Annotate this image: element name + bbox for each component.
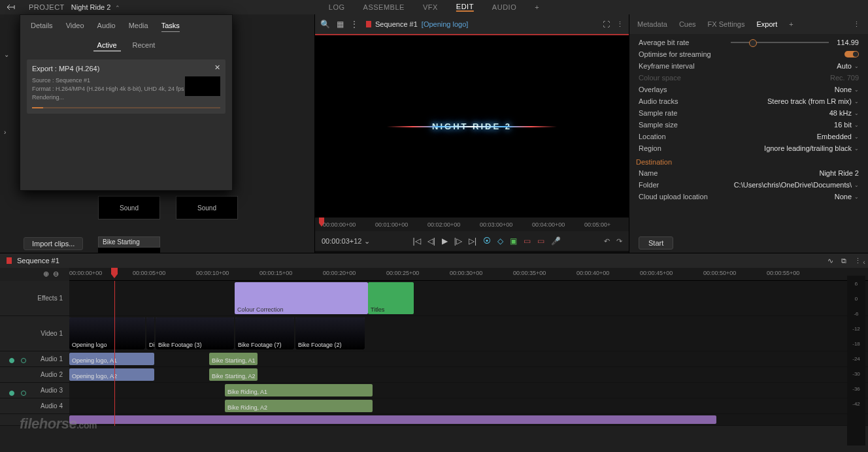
popup-tab-audio[interactable]: Audio <box>97 22 116 32</box>
mark-in-icon[interactable]: ⦿ <box>483 236 491 246</box>
popup-tab-video[interactable]: Video <box>66 22 84 32</box>
tab-cues[interactable]: Cues <box>679 20 696 28</box>
dest-row-cloud-upload-location[interactable]: Cloud upload locationNone⌄ <box>629 191 868 202</box>
tab-edit[interactable]: EDIT <box>456 3 474 12</box>
dest-row-folder[interactable]: FolderC:\Users\chris\OneDrive\Documents\… <box>629 179 868 191</box>
export-row-average-bit-rate[interactable]: Average bit rate114.99 <box>629 37 868 48</box>
grid-icon[interactable]: ▦ <box>337 20 344 29</box>
timeline-clip[interactable]: Opening logo, A1 <box>69 353 154 365</box>
track-label[interactable]: Audio 2 <box>0 367 69 382</box>
snap-icon[interactable]: ⧉ <box>841 257 846 265</box>
track-solo-dot[interactable] <box>21 391 26 396</box>
timeline-sequence-name[interactable]: Sequence #1 <box>17 257 59 265</box>
track-solo-dot[interactable] <box>21 358 26 363</box>
close-icon[interactable]: ✕ <box>214 63 220 72</box>
search-icon[interactable]: 🔍 <box>320 20 330 29</box>
more-icon[interactable]: ⋮ <box>854 257 861 265</box>
export-row-sample-rate[interactable]: Sample rate48 kHz⌄ <box>629 107 868 119</box>
sound-clip-thumb[interactable]: Sound <box>98 196 160 219</box>
timeline-clip[interactable]: Bike Riding, A1 <box>225 384 373 396</box>
zoom-out-icon[interactable]: ⊖ <box>53 270 59 278</box>
range-icon[interactable]: ▭ <box>524 236 531 246</box>
timeline-clip[interactable] <box>69 415 716 424</box>
popup-tab-details[interactable]: Details <box>31 22 53 32</box>
start-export-button[interactable]: Start <box>639 236 673 250</box>
redo-icon[interactable]: ↷ <box>616 237 622 246</box>
timeline-clip[interactable]: Di <box>146 317 154 349</box>
dest-row-name[interactable]: NameNight Ride 2 <box>629 167 868 179</box>
timeline-clip[interactable]: Bike Starting, A2 <box>209 368 258 381</box>
track-label[interactable]: Video 1 <box>0 316 69 351</box>
timeline-clip[interactable]: Bike Footage (3) <box>156 317 234 349</box>
mic-icon[interactable]: 🎤 <box>551 236 561 246</box>
back-button[interactable] <box>0 0 24 14</box>
timeline-ruler[interactable]: 00:00:00+0000:00:05+0000:00:10+0000:00:1… <box>69 268 868 281</box>
project-name-dropdown[interactable]: Night Ride 2 ⌃ <box>71 3 121 11</box>
export-row-keyframe-interval[interactable]: Keyframe intervalAuto⌄ <box>629 60 868 72</box>
bitrate-slider[interactable] <box>731 42 829 43</box>
fullscreen-icon[interactable]: ⛶ <box>603 20 610 29</box>
tab-log[interactable]: LOG <box>329 3 345 11</box>
export-row-region[interactable]: RegionIgnore leading/trailing black⌄ <box>629 142 868 154</box>
tab-fx-settings[interactable]: FX Settings <box>708 20 745 28</box>
track-body[interactable]: Opening logoDiBike Footage (3)Bike Foota… <box>69 316 868 351</box>
export-row-audio-tracks[interactable]: Audio tracksStereo track (from LR mix)⌄ <box>629 95 868 107</box>
timeline-clip[interactable]: Opening logo <box>69 317 145 349</box>
popup-tab-tasks[interactable]: Tasks <box>161 22 180 32</box>
timeline-clip[interactable]: Colour Correction <box>235 282 368 314</box>
next-frame-icon[interactable]: |▷ <box>454 236 462 246</box>
subtab-recent[interactable]: Recent <box>129 40 159 52</box>
tab-export[interactable]: Export <box>756 20 777 28</box>
more-icon[interactable]: ⋮ <box>853 20 860 29</box>
timeline-clip[interactable]: Bike Footage (2) <box>295 317 365 349</box>
timeline-clip[interactable]: Opening logo, A2 <box>69 368 154 381</box>
timeline-clip[interactable]: Bike Starting, A1 <box>209 353 258 365</box>
goto-start-icon[interactable]: |◁ <box>413 236 421 246</box>
timeline-clip[interactable]: Titles <box>368 282 414 314</box>
waveform-icon[interactable]: ∿ <box>827 257 833 265</box>
more-icon[interactable]: ⋮ <box>350 20 358 29</box>
export-row-overlays[interactable]: OverlaysNone⌄ <box>629 84 868 95</box>
video-preview[interactable]: NIGHT RIDE 2 <box>315 34 629 217</box>
export-row-optimise-for-streaming[interactable]: Optimise for streaming <box>629 48 868 60</box>
popup-tab-media[interactable]: Media <box>129 22 148 32</box>
add-tab-button[interactable]: + <box>535 3 539 11</box>
zoom-in-icon[interactable]: ⊕ <box>43 270 49 278</box>
marker-icon[interactable]: ◇ <box>497 236 503 246</box>
sound-clip-thumb[interactable]: Sound <box>176 196 238 219</box>
track-enable-dot[interactable] <box>9 358 14 363</box>
track-body[interactable]: Opening logo, A1Bike Starting, A1 <box>69 351 868 366</box>
tab-assemble[interactable]: ASSEMBLE <box>363 3 405 11</box>
toggle-switch[interactable] <box>844 51 859 57</box>
viewer-ruler[interactable]: 00:00:00+00 00:01:00+00 00:02:00+00 00:0… <box>315 217 629 231</box>
chevron-down-icon[interactable]: ⌄ <box>4 51 13 59</box>
export-row-location[interactable]: LocationEmbedded⌄ <box>629 131 868 142</box>
goto-end-icon[interactable]: ▷| <box>469 236 476 246</box>
track-body[interactable]: Opening logo, A2Bike Starting, A2 <box>69 367 868 382</box>
export-task-card[interactable]: Export : MP4 (H.264) ✕ Source : Sequence… <box>27 59 225 114</box>
undo-icon[interactable]: ↶ <box>604 237 610 246</box>
add-tab-icon[interactable]: + <box>789 20 793 28</box>
track-body[interactable] <box>69 414 868 425</box>
track-body[interactable]: Bike Riding, A2 <box>69 398 868 413</box>
sequence-name[interactable]: Sequence #1 <box>375 20 418 28</box>
play-icon[interactable]: ▶ <box>442 236 448 246</box>
prev-frame-icon[interactable]: ◁| <box>427 236 435 246</box>
more-icon[interactable]: ⋮ <box>616 20 624 29</box>
subtab-active[interactable]: Active <box>93 40 121 52</box>
track-body[interactable]: Colour CorrectionTitles <box>69 281 868 315</box>
collapse-icon[interactable]: ‹ <box>863 258 865 266</box>
clip-name[interactable]: [Opening logo] <box>422 20 469 28</box>
range-icon[interactable]: ▭ <box>537 236 544 246</box>
tab-audio[interactable]: AUDIO <box>492 3 516 11</box>
timecode-display[interactable]: 00:00:03+12 ⌄ <box>322 237 370 246</box>
tab-metadata[interactable]: Metadata <box>637 20 667 28</box>
tab-vfx[interactable]: VFX <box>423 3 438 11</box>
timeline-clip[interactable]: Bike Footage (7) <box>235 317 294 349</box>
track-body[interactable]: Bike Riding, A1 <box>69 383 868 398</box>
track-label[interactable]: Effects 1 <box>0 281 69 315</box>
playhead-icon[interactable] <box>111 268 118 278</box>
track-label[interactable]: Audio 4 <box>0 398 69 413</box>
export-row-sample-size[interactable]: Sample size16 bit⌄ <box>629 119 868 131</box>
import-clips-button[interactable]: Import clips... <box>24 237 83 250</box>
